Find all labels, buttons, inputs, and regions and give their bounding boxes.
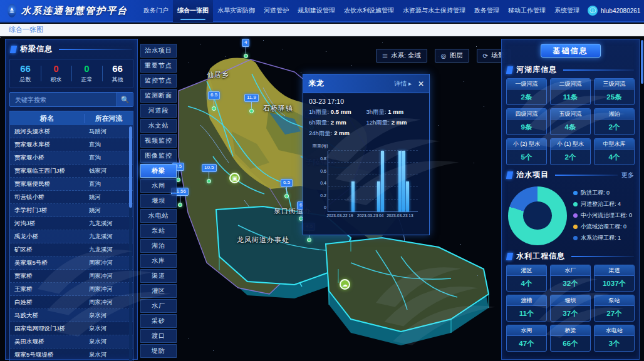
river-card-三级河流[interactable]: 三级河流25条 [594,78,635,105]
metric-value: 2 mm [392,119,407,126]
eng-card-渠道[interactable]: 渠道1037个 [594,265,635,292]
layer-item-重要节点[interactable]: 重要节点 [140,59,177,73]
layer-item-堤防[interactable]: 堤防 [140,344,177,358]
river-card-四级河流[interactable]: 四级河流9条 [506,108,547,135]
legend-text: 小流域治理工程: 0 [581,223,626,231]
layer-item-泵站[interactable]: 泵站 [140,224,177,238]
eng-card-泵站[interactable]: 泵站27个 [594,295,635,322]
eng-card-渡槽[interactable]: 渡槽11个 [506,295,547,322]
nav-item-政务门户[interactable]: 政务门户 [139,0,173,22]
eng-card-水电站[interactable]: 水电站3个 [594,325,635,352]
table-row[interactable]: 堰家5号堰堤桥泉水河 [10,348,133,361]
river-name-cell: 周家冲河 [84,298,133,307]
layer-item-治水项目[interactable]: 治水项目 [140,44,177,58]
layer-item-图像监控[interactable]: 图像监控 [140,149,177,163]
layer-item-采砂[interactable]: 采砂 [140,314,177,328]
layer-item-灌区[interactable]: 灌区 [140,284,177,298]
table-scroll-thumb[interactable] [129,126,132,208]
layer-item-视频监控[interactable]: 视频监控 [140,134,177,148]
layer-item-湖泊[interactable]: 湖泊 [140,239,177,253]
nav-item-河道管护[interactable]: 河道管护 [259,0,293,22]
weather-marker-icon[interactable]: ☁ [340,279,350,290]
table-row[interactable]: 白姓桥周家冲河 [10,296,133,309]
table-row[interactable]: 贾家堰便民桥直沟 [10,178,133,191]
river-card-中型水库[interactable]: 中型水库4个 [594,138,635,165]
station-marker[interactable]: 6.5 [281,179,293,198]
nav-item-综合一张图[interactable]: 综合一张图 [173,0,213,22]
nav-item-移动工作管理[interactable]: 移动工作管理 [504,0,550,22]
project-donut-row: 防洪工程: 0河道整治工程: 4中小河流治理工程: 0小流域治理工程: 0水系治… [502,183,639,247]
eng-card-桥梁[interactable]: 桥梁66个 [550,325,591,352]
layer-item-水文站[interactable]: 水文站 [140,119,177,133]
table-row[interactable]: 吴家堰5号桥周家冲河 [10,257,133,270]
breadcrumb[interactable]: 综合一张图 [9,25,43,34]
layer-menu: 治水项目重要节点监控节点监测断面河道段水文站视频监控图像监控桥梁水闸堰坝水电站泵… [140,44,177,359]
card-value: 4个 [595,150,634,165]
station-marker[interactable]: 10.5 [202,164,217,183]
eng-card-堰坝[interactable]: 堰坝37个 [550,295,591,322]
eng-card-灌区[interactable]: 灌区4个 [506,265,547,292]
table-row[interactable]: 矿区桥九龙溪河 [10,243,133,257]
layer-item-水电站[interactable]: 水电站 [140,209,177,223]
nav-item-水旱灾害防御[interactable]: 水旱灾害防御 [213,0,259,22]
layer-item-水厂[interactable]: 水厂 [140,299,177,313]
camera-marker-icon[interactable]: ▣ [229,173,240,183]
table-scrollbar[interactable] [129,126,132,361]
river-card-小 (2) 型水[interactable]: 小 (2) 型水5个 [506,138,547,165]
station-marker[interactable]: 4 [242,39,249,58]
layer-item-桥梁[interactable]: 桥梁 [140,164,177,178]
close-icon[interactable]: ✕ [418,80,424,88]
eng-card-水厂[interactable]: 水厂32个 [550,265,591,292]
nav-item-政务管理[interactable]: 政务管理 [470,0,504,22]
map-control-图层[interactable]: ◎图层 [435,49,469,63]
popup-detail-link[interactable]: 详情 ▸ [394,79,412,88]
table-row[interactable]: 姚河头漫水桥马踏河 [10,125,133,138]
nav-item-水资源与水土保持管理[interactable]: 水资源与水土保持管理 [398,0,470,22]
river-card-湖泊[interactable]: 湖泊2个 [594,108,635,135]
river-card-小 (1) 型水[interactable]: 小 (1) 型水2个 [550,138,591,165]
marker-stem [301,210,301,216]
nav-item-规划建设管理[interactable]: 规划建设管理 [293,0,340,22]
card-label: 四级河流 [507,109,546,119]
table-row[interactable]: 禹龙小桥九龙溪河 [10,230,133,243]
map-control-水系: 全域[interactable]: ☰水系: 全域 [376,49,427,63]
layer-item-监测断面[interactable]: 监测断面 [140,89,177,103]
table-row[interactable]: 河沟J桥九龙溪河 [10,217,133,230]
basic-info-button[interactable]: 基础信息 [541,44,601,58]
river-card-二级河流[interactable]: 二级河流11条 [550,78,591,105]
layer-item-堰坝[interactable]: 堰坝 [140,194,177,208]
eng-card-水闸[interactable]: 水闸47个 [506,325,547,352]
table-row[interactable]: 司营镇小桥姚河 [10,191,133,204]
table-row[interactable]: 国家电网理设门J桥泉水河 [10,322,133,335]
more-link[interactable]: 更多 [621,171,634,180]
right-panel-scroll-thumb[interactable] [641,40,643,84]
card-label: 小 (2) 型水 [507,139,546,150]
layer-item-监控节点[interactable]: 监控节点 [140,74,177,88]
layer-item-水库[interactable]: 水库 [140,254,177,268]
table-row[interactable]: 贾家堰临王西门J桥钱家河 [10,165,133,178]
search-icon[interactable]: 🔍 [117,93,133,106]
table-row[interactable]: 王家桥周家冲河 [10,283,133,296]
nav-item-系统管理[interactable]: 系统管理 [550,0,584,22]
layer-item-河道段[interactable]: 河道段 [140,104,177,118]
station-marker[interactable]: 11.9 [244,94,259,113]
card-value: 4条 [551,119,590,135]
table-row[interactable]: 贾家堰水库桥直沟 [10,138,133,151]
river-card-一级河流[interactable]: 一级河流2条 [506,78,547,105]
table-row[interactable]: 吴田水堰桥泉水河 [10,335,133,348]
table-row[interactable]: 贾家桥周家冲河 [10,270,133,283]
user-menu[interactable]: ⓘ hlub42080261 ∨ [588,6,644,16]
layer-item-渠道[interactable]: 渠道 [140,269,177,283]
table-row[interactable]: 贾家堰小桥直沟 [10,151,133,165]
search-input[interactable] [10,93,117,106]
rain-bar [398,151,402,211]
bridge-name-cell: 国家电网理设门J桥 [10,325,84,333]
table-row[interactable]: 马践大桥泉水河 [10,309,133,322]
station-marker[interactable]: 6.5 [208,91,220,111]
river-card-五级河流[interactable]: 五级河流4条 [550,108,591,135]
bridge-panel-title: 桥梁信息 [20,44,53,54]
nav-item-农饮水利设施管理[interactable]: 农饮水利设施管理 [340,0,398,22]
layer-item-渡口[interactable]: 渡口 [140,329,177,343]
layer-item-水闸[interactable]: 水闸 [140,179,177,193]
table-row[interactable]: 李学村门J桥姚河 [10,204,133,217]
